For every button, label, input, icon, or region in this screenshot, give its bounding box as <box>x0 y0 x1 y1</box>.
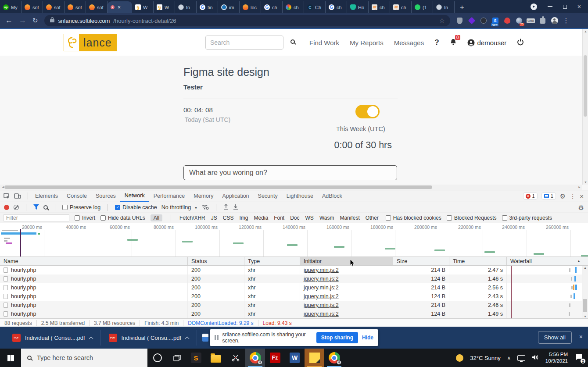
dark-extension-icon[interactable] <box>480 17 487 24</box>
weather-text[interactable]: 32°C Sunny <box>470 355 501 361</box>
filter-type-doc[interactable]: Doc <box>290 215 299 221</box>
taskbar-app-chrome[interactable] <box>245 349 265 367</box>
initiator-link[interactable]: jquery.min.js:2 <box>304 302 339 308</box>
checkbox-icon[interactable] <box>100 215 106 221</box>
devtools-tab-sources[interactable]: Sources <box>91 190 120 202</box>
cell-name[interactable]: hourly.php <box>0 310 188 318</box>
inspect-element-icon[interactable] <box>4 193 10 200</box>
checkbox-icon[interactable] <box>502 215 507 221</box>
filter-type-media[interactable]: Media <box>254 215 268 221</box>
rows-scrollbar[interactable]: ▲ ▼ <box>582 266 588 318</box>
column-header-size[interactable]: Size <box>393 257 449 265</box>
filter-type-manifest[interactable]: Manifest <box>340 215 359 221</box>
filter-type-ws[interactable]: WS <box>305 215 314 221</box>
show-all-downloads-button[interactable]: Show all <box>538 331 572 344</box>
action-center-button[interactable]: 2 <box>575 354 583 362</box>
taskbar-app-snip[interactable] <box>226 349 245 367</box>
has-blocked-cookies-checkbox[interactable]: Has blocked cookies <box>386 215 441 221</box>
devtools-tab-security[interactable]: Security <box>254 190 282 202</box>
table-row[interactable]: hourly.php200xhrjquery.min.js:2214 B2.47… <box>0 266 588 274</box>
taskbar-search[interactable]: Type here to search <box>21 349 147 367</box>
search-network-icon[interactable] <box>43 205 48 210</box>
filter-type-img[interactable]: Img <box>239 215 248 221</box>
media-control-icon[interactable] <box>531 4 537 10</box>
hide-data-urls-checkbox[interactable]: Hide data URLs <box>100 215 145 221</box>
browser-tab[interactable]: (1 <box>412 1 433 13</box>
chevron-up-icon[interactable] <box>185 336 190 341</box>
devtools-menu-icon[interactable]: ⋮ <box>570 192 576 200</box>
download-item[interactable]: PDFIndividual ( Consu....pdf <box>102 329 196 346</box>
browser-tab[interactable]: In <box>433 1 455 13</box>
scroll-left-icon[interactable]: ◄ <box>1 185 4 189</box>
scroll-up-icon[interactable]: ▲ <box>584 30 587 33</box>
help-icon[interactable]: ? <box>434 38 439 47</box>
cell-name[interactable]: hourly.php <box>0 301 188 310</box>
tray-expand-icon[interactable]: ∧ <box>507 355 511 361</box>
browser-tab[interactable]: sof <box>22 1 43 13</box>
stop-sharing-button[interactable]: Stop sharing <box>316 332 358 343</box>
console-errors-badge[interactable]: ✕1 <box>523 192 538 200</box>
disable-cache-checkbox[interactable]: Disable cache <box>115 204 157 210</box>
browser-tab[interactable]: Gtin <box>197 1 218 13</box>
column-header-time[interactable]: Time <box>449 257 507 265</box>
browser-tab[interactable]: upMy <box>0 1 22 13</box>
task-description-input[interactable] <box>183 165 397 180</box>
cell-name[interactable]: hourly.php <box>0 266 188 274</box>
browser-tab[interactable]: × <box>108 1 132 13</box>
purple-extension-icon[interactable] <box>468 17 475 24</box>
back-button[interactable]: ← <box>5 16 13 25</box>
weather-sun-icon[interactable] <box>456 354 463 362</box>
devtools-tab-application[interactable]: Application <box>218 190 253 202</box>
devtools-settings-icon[interactable]: ⚙ <box>560 193 566 200</box>
devtools-tab-network[interactable]: Network <box>120 190 149 202</box>
taskbar-app-stickynotes[interactable] <box>305 349 324 367</box>
bookmark-star-icon[interactable]: ☆ <box>439 17 445 24</box>
taskbar-clock[interactable]: 5:56 PM 10/9/2021 <box>545 351 568 364</box>
filter-type-wasm[interactable]: Wasm <box>319 215 334 221</box>
srilance-logo[interactable]: lance <box>64 34 117 51</box>
taskbar-app-chrome[interactable] <box>324 349 344 367</box>
table-row[interactable]: hourly.php200xhrjquery.min.js:2124 B1.49… <box>0 310 588 318</box>
browser-tab[interactable]: Gch <box>261 1 283 13</box>
browser-menu-icon[interactable]: ⋮ <box>563 17 570 25</box>
tab-close-icon[interactable]: × <box>118 4 121 11</box>
scroll-right-icon[interactable]: ► <box>578 185 581 189</box>
import-har-icon[interactable] <box>223 204 229 211</box>
maximize-button[interactable] <box>563 5 567 9</box>
page-horizontal-scrollbar[interactable]: ◄ ► <box>0 185 582 190</box>
checkbox-icon[interactable] <box>447 215 452 221</box>
browser-tab[interactable]: sof <box>43 1 65 13</box>
devtools-tab-elements[interactable]: Elements <box>31 190 62 202</box>
hide-sharing-button[interactable]: Hide <box>362 335 373 341</box>
invert-checkbox[interactable]: Invert <box>75 215 95 221</box>
cell-name[interactable]: hourly.php <box>0 292 188 301</box>
table-row[interactable]: hourly.php200xhrjquery.min.js:2214 B2.46… <box>0 301 588 310</box>
address-bar[interactable]: srilance.softileo.com/hourly-contract-de… <box>44 15 450 26</box>
browser-tab[interactable]: loc <box>240 1 261 13</box>
shield-extension-icon[interactable] <box>456 17 463 24</box>
search-icon[interactable] <box>290 39 295 44</box>
initiator-link[interactable]: jquery.min.js:2 <box>304 311 339 317</box>
browser-tab[interactable]: im <box>218 1 240 13</box>
speaker-icon[interactable] <box>532 354 539 362</box>
browser-tab[interactable]: CCh <box>304 1 326 13</box>
nav-item-find-work[interactable]: Find Work <box>309 39 339 46</box>
filter-funnel-icon[interactable] <box>33 204 39 211</box>
cortana-button[interactable] <box>147 349 168 367</box>
close-window-button[interactable]: × <box>577 4 581 10</box>
network-filter-input[interactable] <box>4 214 69 221</box>
device-toolbar-icon[interactable] <box>14 193 21 199</box>
preserve-log-checkbox[interactable]: Preserve log <box>62 204 100 210</box>
devtools-tab-lighthouse[interactable]: Lighthouse <box>282 190 318 202</box>
devtools-tab-console[interactable]: Console <box>62 190 91 202</box>
chevron-up-icon[interactable] <box>89 336 93 341</box>
clear-network-log-icon[interactable] <box>14 205 19 210</box>
cell-name[interactable]: hourly.php <box>0 283 188 292</box>
task-view-button[interactable] <box>168 349 186 367</box>
taskbar-app-word[interactable]: W <box>285 349 305 367</box>
table-row[interactable]: hourly.php200xhrjquery.min.js:2124 B1.46… <box>0 274 588 283</box>
table-row[interactable]: hourly.php200xhrjquery.min.js:2214 B2.56… <box>0 283 588 292</box>
filter-type-fetch-xhr[interactable]: Fetch/XHR <box>179 215 205 221</box>
throttling-select[interactable]: No throttling▾ <box>161 204 197 210</box>
column-header-name[interactable]: Name <box>0 257 188 265</box>
